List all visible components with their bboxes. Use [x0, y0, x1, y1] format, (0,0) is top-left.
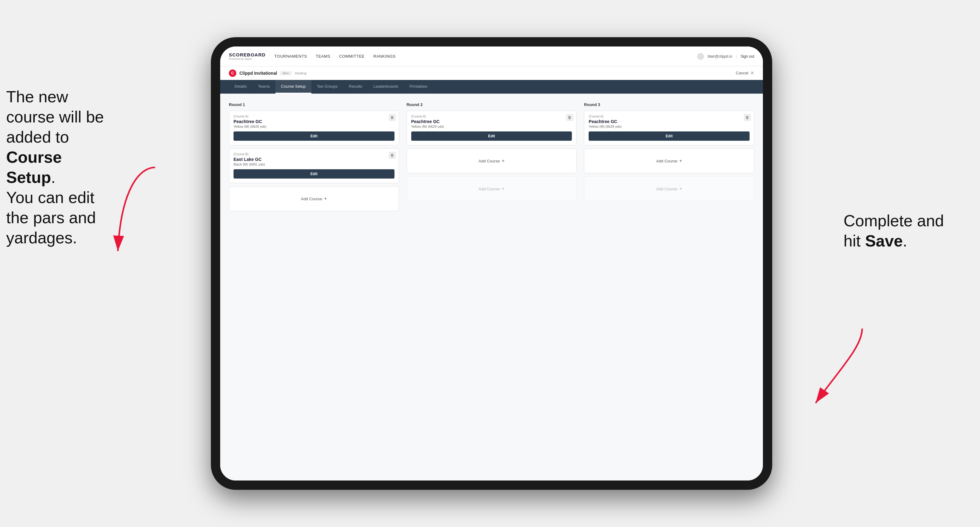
user-email: blair@clippd.io: [708, 54, 732, 59]
round1-course-b-details: Black (M) (6891 yds): [234, 162, 395, 166]
round-2-column: Round 2 🗑 (Course A) Peachtree GC Yellow…: [407, 102, 577, 214]
round2-add-course-btn[interactable]: Add Course +: [407, 149, 577, 173]
round2-add-course-disabled-text: Add Course +: [479, 186, 504, 192]
round3-add-course-btn[interactable]: Add Course +: [584, 149, 754, 173]
scoreboard-title: SCOREBOARD: [229, 52, 266, 57]
avatar: [697, 53, 704, 60]
breadcrumb-logo: C: [229, 70, 236, 77]
round1-course-b-delete-btn[interactable]: 🗑: [389, 152, 396, 159]
breadcrumb-bar: C Clippd Invitational Men Hosting Cancel…: [220, 66, 763, 80]
round1-add-course-label: Add Course: [301, 197, 322, 201]
top-nav: SCOREBOARD Powered by clippd TOURNAMENTS…: [220, 46, 763, 66]
cancel-label[interactable]: Cancel: [736, 71, 748, 75]
round3-course-a-card: 🗑 (Course A) Peachtree GC Yellow (M) (66…: [584, 111, 754, 145]
round2-add-course-label: Add Course: [479, 159, 500, 163]
round-2-label: Round 2: [407, 102, 577, 107]
main-content: Round 1 🗑 (Course A) Peachtree GC Yellow…: [220, 94, 763, 481]
round1-course-b-card: 🗑 (Course B) East Lake GC Black (M) (689…: [229, 149, 399, 183]
round2-add-course-disabled-label: Add Course: [479, 187, 500, 191]
round3-course-a-name: Peachtree GC: [589, 119, 749, 124]
round2-add-course-text: Add Course +: [479, 158, 504, 163]
round-3-column: Round 3 🗑 (Course A) Peachtree GC Yellow…: [584, 102, 754, 214]
tournament-title[interactable]: Clippd Invitational: [239, 71, 277, 76]
tab-results[interactable]: Results: [343, 80, 368, 94]
round-1-label: Round 1: [229, 102, 399, 107]
nav-right: blair@clippd.io | Sign out: [697, 53, 754, 60]
round1-course-b-label: (Course B): [234, 152, 395, 156]
round2-add-plus-disabled-icon: +: [502, 186, 504, 192]
tab-details[interactable]: Details: [229, 80, 253, 94]
round1-course-a-card: 🗑 (Course A) Peachtree GC Yellow (M) (66…: [229, 111, 399, 145]
tab-course-setup[interactable]: Course Setup: [275, 80, 311, 94]
round2-course-a-details: Yellow (M) (6629 yds): [411, 125, 572, 129]
round3-course-a-delete-btn[interactable]: 🗑: [744, 114, 751, 121]
round-1-column: Round 1 🗑 (Course A) Peachtree GC Yellow…: [229, 102, 399, 214]
annotation-right: Complete and hit Save.: [843, 211, 961, 251]
nav-teams[interactable]: TEAMS: [316, 54, 330, 59]
round1-add-plus-icon: +: [324, 196, 327, 202]
sign-out-link[interactable]: Sign out: [741, 54, 754, 59]
round1-course-a-details: Yellow (M) (6629 yds): [234, 125, 395, 129]
nav-tournaments[interactable]: TOURNAMENTS: [274, 54, 307, 59]
round3-course-a-edit-btn[interactable]: Edit: [589, 132, 749, 141]
round3-add-course-label: Add Course: [656, 159, 678, 163]
tablet-screen: SCOREBOARD Powered by clippd TOURNAMENTS…: [220, 46, 763, 481]
tab-bar: Details Teams Course Setup Tee Groups Re…: [220, 80, 763, 94]
hosting-status: Hosting: [295, 71, 306, 75]
breadcrumb-left: C Clippd Invitational Men Hosting: [229, 70, 306, 77]
round3-add-course-text: Add Course +: [656, 158, 682, 163]
round1-add-course-btn[interactable]: Add Course +: [229, 186, 399, 211]
round1-course-b-edit-btn[interactable]: Edit: [234, 169, 395, 179]
round3-course-a-label: (Course A): [589, 115, 749, 118]
arrow-right: [806, 322, 884, 409]
round2-course-a-label: (Course A): [411, 115, 572, 118]
round2-course-a-card: 🗑 (Course A) Peachtree GC Yellow (M) (66…: [407, 111, 577, 145]
breadcrumb-right: Cancel ✕: [736, 70, 754, 76]
round3-add-course-disabled: Add Course +: [584, 176, 754, 201]
round3-add-course-disabled-text: Add Course +: [656, 186, 682, 192]
annotation-left: The new course will be added to Course S…: [6, 87, 111, 248]
round2-course-a-delete-btn[interactable]: 🗑: [566, 114, 573, 121]
nav-rankings[interactable]: RANKINGS: [373, 54, 396, 59]
nav-logo: SCOREBOARD Powered by clippd: [229, 52, 266, 60]
gender-badge: Men: [280, 71, 291, 75]
round1-course-a-name: Peachtree GC: [234, 119, 395, 124]
cancel-x-icon[interactable]: ✕: [750, 70, 754, 76]
nav-left: SCOREBOARD Powered by clippd TOURNAMENTS…: [229, 52, 396, 60]
round2-course-a-edit-btn[interactable]: Edit: [411, 132, 572, 141]
arrow-left: [108, 164, 170, 264]
round1-add-course-text: Add Course +: [301, 196, 327, 202]
tab-tee-groups[interactable]: Tee Groups: [311, 80, 343, 94]
round2-course-a-name: Peachtree GC: [411, 119, 572, 124]
round2-add-plus-icon: +: [502, 158, 504, 163]
round1-course-a-delete-btn[interactable]: 🗑: [389, 114, 396, 121]
round3-add-plus-disabled-icon: +: [679, 186, 682, 192]
rounds-grid: Round 1 🗑 (Course A) Peachtree GC Yellow…: [229, 102, 754, 214]
round2-add-course-disabled: Add Course +: [407, 176, 577, 201]
nav-committee[interactable]: COMMITTEE: [339, 54, 365, 59]
round1-course-a-label: (Course A): [234, 115, 395, 118]
nav-links: TOURNAMENTS TEAMS COMMITTEE RANKINGS: [274, 54, 395, 59]
tab-teams[interactable]: Teams: [253, 80, 275, 94]
round1-course-a-edit-btn[interactable]: Edit: [234, 132, 395, 141]
round-3-label: Round 3: [584, 102, 754, 107]
nav-logo-sub: Powered by clippd: [229, 57, 266, 60]
round3-add-plus-icon: +: [679, 158, 682, 163]
round1-course-b-name: East Lake GC: [234, 157, 395, 162]
nav-divider: |: [736, 54, 737, 59]
tab-printables[interactable]: Printables: [404, 80, 433, 94]
round3-add-course-disabled-label: Add Course: [656, 187, 678, 191]
round3-course-a-details: Yellow (M) (6629 yds): [589, 125, 749, 129]
tablet-frame: SCOREBOARD Powered by clippd TOURNAMENTS…: [211, 37, 772, 490]
tab-leaderboards[interactable]: Leaderboards: [368, 80, 404, 94]
